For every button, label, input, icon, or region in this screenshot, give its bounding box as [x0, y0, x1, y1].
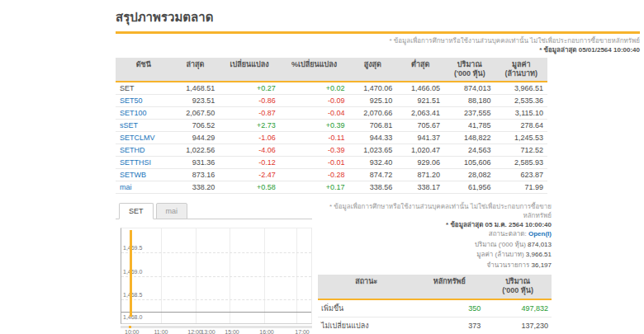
- index-row: SETHD1,022.56-4.06-0.391,023.651,020.472…: [116, 144, 547, 157]
- index-name-cell: SETHD: [116, 144, 171, 157]
- breadth-row: ไม่เปลี่ยนแปลง373137,230: [318, 317, 552, 334]
- change-cell: -1.06: [219, 132, 279, 144]
- index-link-mai[interactable]: mai: [120, 183, 132, 191]
- chart-x-tick-label: 17:00: [295, 329, 310, 334]
- value-cell: 3,966.51: [495, 82, 547, 95]
- pct-change-cell: +0.39: [280, 120, 349, 132]
- bottom-section: SET mai 1,469.51,469.01,468.51,468.0 10:…: [116, 203, 640, 334]
- index-column-header: %เปลี่ยนแปลง: [280, 58, 349, 82]
- chart-y-tick-label: 1,468.5: [123, 292, 142, 298]
- last-cell: 944.29: [171, 132, 219, 144]
- index-name-cell: SET: [116, 82, 171, 95]
- last-cell: 931.36: [171, 157, 219, 169]
- market-status-value[interactable]: Open(I): [528, 230, 552, 238]
- breadth-status-cell: ไม่เปลี่ยนแปลง: [318, 317, 414, 334]
- low-cell: 1,466.05: [396, 82, 444, 95]
- deals-line: จำนวนรายการ 36,197: [318, 261, 552, 270]
- index-link-set50[interactable]: SET50: [120, 96, 143, 105]
- index-link-setclmv[interactable]: SETCLMV: [120, 134, 155, 142]
- volume-cell: 41,785: [444, 120, 495, 132]
- chart-y-tick-label: 1,469.0: [123, 269, 142, 275]
- tab-mai[interactable]: mai: [156, 203, 188, 219]
- index-row: SETWB873.16-2.47-0.28874.72871.2028,0826…: [116, 169, 547, 181]
- chart-y-tick-label: 1,469.5: [123, 245, 142, 251]
- index-link-set100[interactable]: SET100: [120, 109, 147, 117]
- chart-x-tick-label: 12:00: [187, 329, 202, 334]
- change-cell: -0.86: [219, 95, 279, 107]
- index-row: SET1002,067.50-0.87-0.042,070.662,063.41…: [116, 107, 547, 120]
- high-cell: 1,023.65: [348, 144, 396, 157]
- index-column-header: สูงสุด: [348, 58, 396, 82]
- value-cell: 278.64: [495, 120, 547, 132]
- tab-set[interactable]: SET: [119, 203, 154, 219]
- change-cell: -0.12: [219, 157, 279, 169]
- index-row: SETCLMV944.29-1.06-0.11944.33941.37148,8…: [116, 132, 547, 144]
- low-cell: 871.20: [396, 169, 444, 181]
- index-row: SET50923.51-0.86-0.09925.10921.5188,1802…: [116, 95, 547, 107]
- prev-close-line: [121, 312, 311, 313]
- change-cell: -0.87: [219, 107, 279, 120]
- volume-value: 874,013: [528, 241, 552, 248]
- last-cell: 1,022.56: [171, 144, 219, 157]
- value-line: มูลค่า (ล้านบาท) 3,966.51: [318, 250, 552, 260]
- market-summary-page: สรุปภาพรวมตลาด * ข้อมูลเพื่อการศึกษาหรือ…: [116, 0, 640, 334]
- index-column-subheader: ('000 หุ้น): [448, 69, 490, 78]
- index-table: ดัชนีล่าสุดเปลี่ยนแปลง%เปลี่ยนแปลงสูงสุด…: [116, 58, 547, 195]
- index-link-setwb[interactable]: SETWB: [120, 171, 146, 179]
- value-cell: 1,245.53: [495, 132, 547, 144]
- index-link-sset[interactable]: sSET: [120, 121, 138, 129]
- chart-x-axis: 10:0011:0012:0013:0015:0016:0017:00: [121, 328, 312, 334]
- breadth-header-row: สถานะหลักทรัพย์ปริมาณ('000 หุ้น): [318, 275, 552, 299]
- index-row: SET1,468.51+0.27+0.021,470.061,466.05874…: [116, 82, 547, 95]
- pct-change-cell: -0.39: [280, 144, 349, 157]
- low-cell: 1,020.47: [396, 144, 444, 157]
- volume-cell: 237,555: [444, 107, 495, 120]
- chart-horizontal-gridline: [121, 276, 311, 277]
- index-link-sethd[interactable]: SETHD: [120, 146, 145, 154]
- deals-value: 36,197: [532, 261, 552, 269]
- index-row: SETTHSI931.36-0.12-0.01932.40929.06105,6…: [116, 157, 547, 169]
- breadth-volume-cell: 137,230: [484, 317, 552, 334]
- index-column-header: เปลี่ยนแปลง: [219, 58, 279, 82]
- market-status-label: สถานะตลาด:: [489, 230, 527, 238]
- volume-cell: 88,180: [444, 95, 495, 107]
- index-name-cell: mai: [116, 181, 171, 194]
- volume-cell: 24,563: [444, 144, 495, 157]
- pct-change-cell: +0.17: [280, 181, 349, 194]
- last-cell: 2,067.50: [171, 107, 219, 120]
- index-column-subheader: (ล้านบาท): [499, 69, 543, 78]
- volume-label: ปริมาณ ('000 หุ้น): [475, 241, 526, 248]
- low-cell: 941.37: [396, 132, 444, 144]
- index-column-header: ต่ำสุด: [396, 58, 444, 82]
- chart-horizontal-gridline: [121, 299, 311, 300]
- pct-change-cell: -0.09: [280, 95, 349, 107]
- index-name-cell: SET100: [116, 107, 171, 120]
- index-row: sSET706.52+2.73+0.39706.81705.6741,78527…: [116, 120, 547, 132]
- breadth-row: เพิ่มขึ้น350497,832: [318, 299, 552, 318]
- high-cell: 874.72: [348, 169, 396, 181]
- last-cell: 338.20: [171, 181, 219, 194]
- change-cell: +0.27: [219, 82, 279, 95]
- chart-column: SET mai 1,469.51,469.01,468.51,468.0 10:…: [116, 203, 318, 334]
- volume-cell: 61,956: [444, 181, 495, 194]
- volume-cell: 28,082: [444, 169, 495, 181]
- pct-change-cell: +0.02: [280, 82, 349, 95]
- index-link-set: SET: [120, 84, 135, 92]
- index-table-header-row: ดัชนีล่าสุดเปลี่ยนแปลง%เปลี่ยนแปลงสูงสุด…: [116, 58, 547, 82]
- high-cell: 925.10: [348, 95, 396, 107]
- market-breadth-table: สถานะหลักทรัพย์ปริมาณ('000 หุ้น) เพิ่มขึ…: [318, 275, 552, 334]
- value-cell: 2,535.36: [495, 95, 547, 107]
- index-column-header: มูลค่า(ล้านบาท): [495, 58, 547, 82]
- index-name-cell: sSET: [116, 120, 171, 132]
- high-cell: 944.33: [348, 132, 396, 144]
- pct-change-cell: -0.11: [280, 132, 349, 144]
- page-title: สรุปภาพรวมตลาด: [116, 0, 640, 34]
- value-value: 3,966.51: [526, 251, 552, 258]
- change-cell: +2.73: [219, 120, 279, 132]
- index-name-cell: SETCLMV: [116, 132, 171, 144]
- volume-cell: 874,013: [444, 82, 495, 95]
- volume-cell: 148,822: [444, 132, 495, 144]
- index-name-cell: SETTHSI: [116, 157, 171, 169]
- index-link-setthsi[interactable]: SETTHSI: [120, 158, 151, 167]
- index-name-cell: SETWB: [116, 169, 171, 181]
